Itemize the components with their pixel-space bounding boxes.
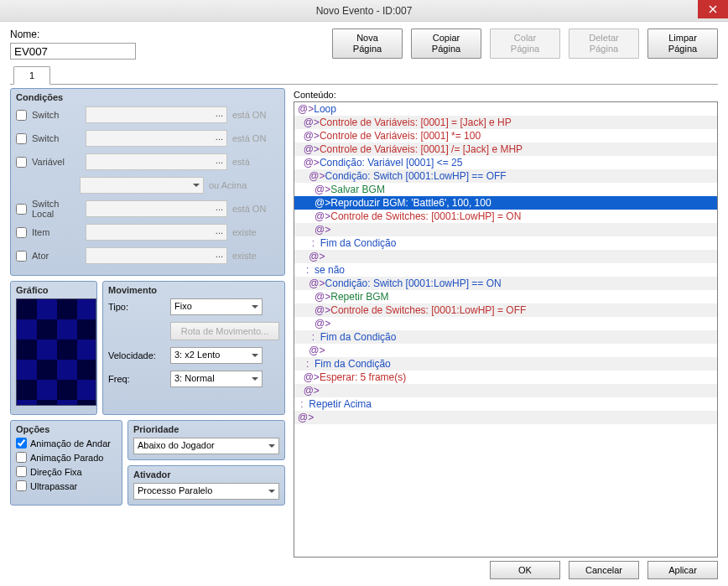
condition-checkbox[interactable] [16, 204, 27, 215]
option-checkbox[interactable] [16, 438, 27, 449]
condition-combo[interactable] [86, 106, 227, 123]
condition-row: Switchestá ON [16, 129, 279, 148]
condition-combo[interactable] [86, 200, 227, 217]
command-line[interactable]: : Fim da Condição [294, 236, 717, 250]
condition-suffix: está [232, 157, 279, 167]
option-row: Animação de Andar [16, 438, 117, 449]
titlebar[interactable]: Novo Evento - ID:007 [0, 0, 728, 22]
condition-suffix: está ON [232, 133, 279, 143]
options-title: Opções [16, 424, 117, 434]
command-list[interactable]: @>Loop @>Controle de Variáveis: [0001] =… [294, 101, 718, 557]
paste-page-button: Colar Página [490, 29, 560, 59]
delete-page-button: Deletar Página [569, 29, 639, 59]
condition-checkbox[interactable] [16, 157, 27, 168]
option-label: Direção Fixa [30, 467, 82, 477]
type-combo[interactable]: Fixo [170, 298, 263, 315]
conditions-group: Condições Switchestá ONSwitchestá ONVari… [10, 88, 285, 276]
condition-combo[interactable] [86, 153, 227, 170]
priority-combo[interactable]: Abaixo do Jogador [133, 438, 279, 454]
condition-label: Item [32, 227, 81, 237]
speed-label: Velocidade: [108, 350, 165, 360]
copy-page-button[interactable]: Copiar Página [411, 29, 481, 59]
condition-checkbox[interactable] [16, 227, 27, 238]
condition-row: Atorexiste [16, 246, 279, 265]
condition-checkbox[interactable] [16, 110, 27, 121]
command-line[interactable]: @>Controle de Variáveis: [0001] /= [Jack… [294, 143, 717, 156]
command-line[interactable]: @>Esperar: 5 frame(s) [294, 371, 717, 384]
condition-suffix: ou Acima [209, 180, 256, 190]
condition-combo[interactable] [80, 177, 204, 194]
clear-page-button[interactable]: Limpar Página [647, 29, 718, 59]
cancel-button[interactable]: Cancelar [569, 561, 639, 579]
command-line[interactable]: : Fim da Condição [294, 357, 717, 371]
option-row: Ultrapassar [16, 480, 117, 491]
ok-button[interactable]: OK [490, 561, 560, 579]
command-line[interactable]: @>Condição: Switch [0001:LowHP] == OFF [294, 169, 717, 183]
graphic-group: Gráfico [10, 281, 97, 415]
freq-label: Freq: [108, 374, 165, 384]
tabs-bar: 1 [10, 65, 718, 85]
command-line[interactable]: @>Controle de Variáveis: [0001] *= 100 [294, 129, 717, 143]
option-label: Animação de Andar [30, 438, 111, 449]
command-line[interactable]: @>Condição: Switch [0001:LowHP] == ON [294, 277, 717, 290]
freq-combo[interactable]: 3: Normal [170, 371, 263, 387]
condition-label: Switch Local [32, 199, 81, 219]
condition-row: Switch Localestá ON [16, 200, 279, 218]
option-label: Animação Parado [30, 453, 103, 463]
conditions-title: Condições [16, 92, 279, 102]
command-line[interactable]: @>Repetir BGM [294, 290, 717, 303]
command-line[interactable]: @>Salvar BGM [294, 183, 717, 196]
command-line[interactable]: @>Controle de Switches: [0001:LowHP] = O… [294, 303, 717, 317]
command-line[interactable]: @> [294, 223, 717, 236]
priority-title: Prioridade [133, 424, 279, 434]
condition-checkbox[interactable] [16, 133, 27, 144]
condition-label: Switch [32, 133, 81, 143]
condition-suffix: existe [232, 251, 279, 261]
condition-combo[interactable] [86, 224, 227, 241]
option-checkbox[interactable] [16, 452, 27, 463]
close-button[interactable] [698, 0, 728, 18]
condition-combo[interactable] [86, 130, 227, 147]
graphic-title: Gráfico [16, 285, 91, 295]
option-checkbox[interactable] [16, 480, 27, 491]
condition-suffix: está ON [232, 204, 279, 214]
command-line[interactable]: : Repetir Acima [294, 397, 717, 411]
condition-combo[interactable] [86, 247, 227, 264]
name-input[interactable] [10, 43, 136, 60]
command-line[interactable]: @>Controle de Variáveis: [0001] = [Jack]… [294, 116, 717, 129]
options-group: Opções Animação de AndarAnimação ParadoD… [10, 420, 122, 506]
type-label: Tipo: [108, 302, 165, 312]
condition-row: Variávelestá [16, 153, 279, 171]
command-line[interactable]: @> [294, 411, 717, 424]
content-area: Nome: Nova Página Copiar Página Colar Pá… [0, 22, 728, 586]
command-line[interactable]: @> [294, 250, 717, 263]
option-row: Animação Parado [16, 452, 117, 463]
trigger-combo[interactable]: Processo Paralelo [133, 483, 279, 500]
condition-checkbox[interactable] [16, 251, 27, 262]
new-page-button[interactable]: Nova Página [332, 29, 403, 59]
option-row: Direção Fixa [16, 466, 117, 477]
trigger-title: Ativador [133, 469, 279, 480]
trigger-group: Ativador Processo Paralelo [127, 465, 285, 506]
condition-suffix: existe [232, 227, 279, 237]
command-line[interactable]: @> [294, 317, 717, 330]
apply-button[interactable]: Aplicar [647, 561, 718, 579]
movement-route-button: Rota de Movimento... [170, 322, 279, 340]
command-line[interactable]: @> [294, 344, 717, 357]
command-line[interactable]: @>Condição: Variável [0001] <= 25 [294, 156, 717, 169]
name-label: Nome: [10, 29, 144, 40]
command-line[interactable]: : Fim da Condição [294, 330, 717, 344]
command-line[interactable]: : se não [294, 263, 717, 277]
speed-combo[interactable]: 3: x2 Lento [170, 347, 263, 364]
command-line[interactable]: @>Loop [294, 102, 717, 116]
tab-1[interactable]: 1 [13, 66, 50, 85]
option-label: Ultrapassar [30, 481, 77, 491]
condition-label: Switch [32, 110, 81, 120]
command-line[interactable]: @>Controle de Switches: [0001:LowHP] = O… [294, 210, 717, 223]
sprite-preview[interactable] [16, 298, 96, 406]
command-line[interactable]: @>Reproduzir BGM: 'Battle6', 100, 100 [294, 196, 717, 210]
condition-suffix: está ON [232, 110, 279, 120]
movement-title: Movimento [108, 285, 279, 295]
option-checkbox[interactable] [16, 466, 27, 477]
command-line[interactable]: @> [294, 384, 717, 397]
